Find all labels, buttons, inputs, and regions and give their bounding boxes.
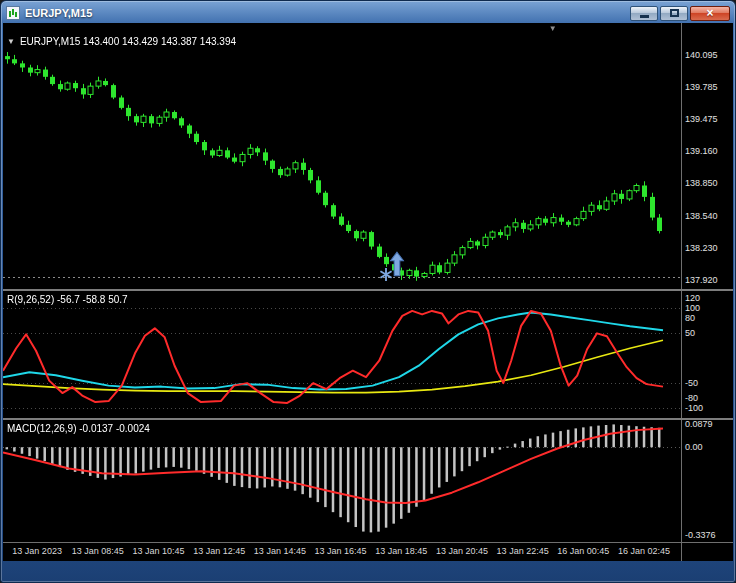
macd-scale[interactable]: 0.08790.00-0.3376 [681,420,733,542]
axis-label: 137.920 [685,275,718,285]
close-icon: × [706,8,713,18]
macd-plot[interactable]: MACD(12,26,9) -0.0137 -0.0024 [3,420,681,542]
main-chart-panel: ▼ EURJPY,M15 143.400 143.429 143.387 143… [3,23,733,289]
caption-buttons: × [630,6,730,21]
buy-arrow-icon[interactable] [390,251,405,281]
axis-label: -80 [685,393,698,403]
axis-label: 138.230 [685,243,718,253]
window-title: EURJPY,M15 [25,7,92,19]
macd-label: MACD(12,26,9) -0.0137 -0.0024 [7,423,150,434]
axis-label: 0.00 [685,442,703,452]
symbol-dropdown-icon: ▼ [7,37,15,47]
axis-label: 80 [685,313,695,323]
axis-label: 140.095 [685,50,718,60]
axis-label: 138.850 [685,178,718,188]
close-button[interactable]: × [690,6,730,21]
macd-canvas[interactable] [3,420,681,542]
axis-label: 138.540 [685,211,718,221]
indicator-panel: R(9,26,52) -56.7 -58.8 50.7 1201008050-5… [3,291,733,418]
time-label: 16 Jan 02:45 [618,546,670,556]
time-label: 13 Jan 16:45 [315,546,367,556]
time-label: 13 Jan 18:45 [375,546,427,556]
axis-label: 0.0879 [685,419,713,429]
symbol-ohlc-text: EURJPY,M15 143.400 143.429 143.387 143.3… [20,36,236,47]
axis-label: -50 [685,378,698,388]
indicator-scale[interactable]: 1201008050-50-80-100 [681,291,733,418]
time-label: 13 Jan 2023 [12,546,62,556]
indicator-label: R(9,26,52) -56.7 -58.8 50.7 [7,294,128,305]
axis-label: 139.785 [685,82,718,92]
time-label: 16 Jan 00:45 [557,546,609,556]
candlestick-canvas[interactable] [3,23,681,289]
axis-label: 139.160 [685,146,718,156]
time-label: 13 Jan 08:45 [72,546,124,556]
restore-button[interactable] [660,6,688,21]
chart-window-icon [6,6,20,20]
indicator-plot[interactable]: R(9,26,52) -56.7 -58.8 50.7 [3,291,681,418]
restore-icon [670,9,679,17]
axis-label: 120 [685,293,700,303]
title-bar[interactable]: EURJPY,M15 × [3,3,733,23]
axis-label: 100 [685,303,700,313]
axis-label: -100 [685,403,703,413]
time-label: 13 Jan 14:45 [254,546,306,556]
minimize-button[interactable] [630,6,658,21]
chart-client-area: ▼ EURJPY,M15 143.400 143.429 143.387 143… [3,23,733,561]
price-scale[interactable]: 140.095139.785139.475139.160138.850138.5… [681,23,733,289]
time-scale-labels: 13 Jan 202313 Jan 08:4513 Jan 10:4513 Ja… [3,543,681,561]
axis-label: -0.3376 [685,530,716,540]
time-scale[interactable]: 13 Jan 202313 Jan 08:4513 Jan 10:4513 Ja… [3,542,733,561]
chart-window: EURJPY,M15 × ▼ EURJPY,M15 143.400 143.42… [0,0,736,583]
indicator-canvas[interactable] [3,291,681,418]
axis-label: 139.475 [685,114,718,124]
axis-label: 50 [685,328,695,338]
chart-shift-icon: ▼ [549,24,557,34]
time-label: 13 Jan 20:45 [436,546,488,556]
time-label: 13 Jan 22:45 [497,546,549,556]
time-scale-corner [681,543,733,561]
main-chart-plot[interactable]: ▼ EURJPY,M15 143.400 143.429 143.387 143… [3,23,681,289]
time-label: 13 Jan 12:45 [193,546,245,556]
minimize-icon [640,15,649,18]
chart-ohlc-label: ▼ EURJPY,M15 143.400 143.429 143.387 143… [7,36,236,47]
macd-panel: MACD(12,26,9) -0.0137 -0.0024 0.08790.00… [3,420,733,542]
time-label: 13 Jan 10:45 [132,546,184,556]
